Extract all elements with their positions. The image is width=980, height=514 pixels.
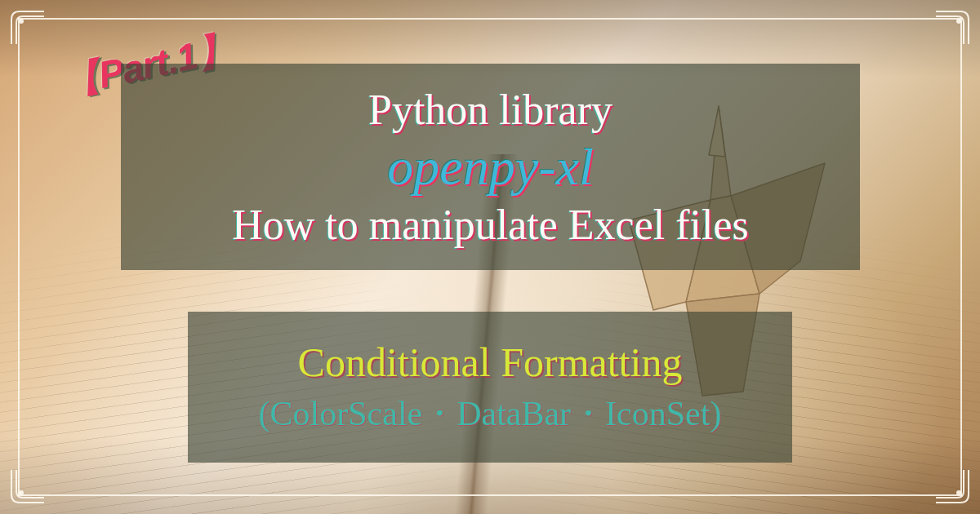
subtitle-detail: (ColorScale・DataBar・IconSet) <box>259 391 722 436</box>
title-panel: Python library openpy-xl How to manipula… <box>121 64 860 270</box>
corner-ornament-icon <box>10 468 46 504</box>
svg-point-8 <box>19 490 24 495</box>
subtitle-panel: Conditional Formatting (ColorScale・DataB… <box>188 312 792 463</box>
subtitle-heading: Conditional Formatting <box>298 339 683 386</box>
title-line-description: How to manipulate Excel files <box>232 201 748 249</box>
svg-point-7 <box>956 19 961 24</box>
svg-point-9 <box>956 490 961 495</box>
title-line-library: Python library <box>368 86 612 134</box>
title-line-name: openpy-xl <box>387 137 593 197</box>
svg-point-6 <box>19 19 24 24</box>
corner-ornament-icon <box>934 468 970 504</box>
corner-ornament-icon <box>934 10 970 46</box>
corner-ornament-icon <box>10 10 46 46</box>
